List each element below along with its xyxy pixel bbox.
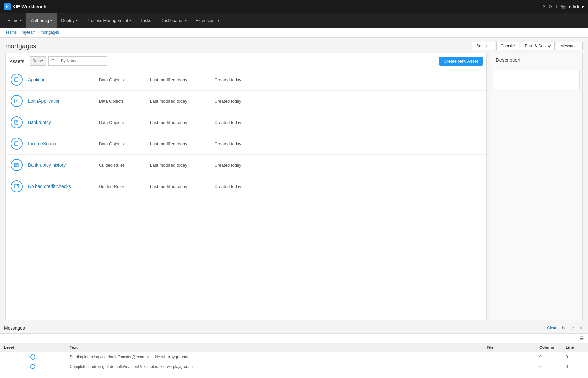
user-menu[interactable]: admin ▾ [569, 4, 584, 9]
nav-extensions[interactable]: Extensions ▾ [191, 13, 224, 28]
messages-table: Level Text File Column Line i Starting i… [0, 343, 588, 378]
breadcrumb-myteam[interactable]: myteam [22, 30, 36, 35]
asset-icon-incomesource [11, 138, 23, 150]
breadcrumb-sep-1: » [18, 30, 20, 35]
messages-actions: Clear ↻ ⤢ ✕ [545, 325, 584, 331]
nav-home[interactable]: Home ▾ [3, 13, 26, 28]
asset-name-loanapplication[interactable]: LoanApplication [28, 98, 94, 104]
settings-icon[interactable]: ⚙ [548, 4, 552, 9]
asset-created-applicant: Created today [215, 77, 241, 82]
asset-name-bankruptcy-history[interactable]: Bankruptcy history [28, 162, 94, 168]
breadcrumb: Teams » myteam » mortgages [0, 28, 588, 38]
asset-icon-bankruptcy [11, 116, 23, 128]
asset-row-incomesource[interactable]: IncomeSource Data Objects Last modified … [6, 133, 486, 155]
svg-text:R: R [18, 184, 19, 186]
asset-modified-applicant: Last modified today [150, 77, 209, 82]
asset-name-no-bad-credit[interactable]: No bad credit checks [28, 184, 94, 189]
asset-modified-bankruptcy-history: Last modified today [150, 163, 209, 168]
nav-extensions-caret: ▾ [218, 19, 219, 22]
messages-panel: Messages Clear ↻ ⤢ ✕ ☰ Level Text File C… [0, 323, 588, 378]
filter-input[interactable] [48, 56, 107, 66]
description-panel: Description [491, 53, 583, 320]
filter-label: Name [30, 56, 46, 66]
nav-tasks[interactable]: Tasks [136, 13, 156, 28]
asset-created-no-bad-credit: Created today [215, 184, 241, 189]
msg-line-1: 0 [562, 352, 588, 362]
asset-type-applicant: Data Objects [99, 77, 145, 82]
asset-row-no-bad-credit[interactable]: R No bad credit checks Guided Rules Last… [6, 176, 486, 197]
info-icon[interactable]: ℹ [555, 4, 557, 9]
msg-text-2: Completed indexing of default://master@e… [66, 362, 483, 371]
description-textarea[interactable] [494, 70, 580, 89]
breadcrumb-mortgages[interactable]: mortgages [40, 30, 59, 35]
settings-button[interactable]: Settings [472, 42, 495, 50]
svg-text:R: R [18, 163, 19, 165]
nav-authoring[interactable]: Authoring ▾ [26, 13, 57, 28]
nav-tasks-label: Tasks [140, 18, 151, 23]
nav-home-label: Home [7, 18, 19, 23]
asset-created-loanapplication: Created today [215, 99, 241, 104]
asset-row-applicant[interactable]: Applicant Data Objects Last modified tod… [6, 69, 486, 91]
nav-process-management[interactable]: Process Management ▾ [82, 13, 136, 28]
message-row-2: i Completed indexing of default://master… [0, 362, 588, 371]
asset-row-bankruptcy[interactable]: Bankruptcy Data Objects Last modified to… [6, 112, 486, 133]
breadcrumb-teams[interactable]: Teams [5, 30, 17, 35]
brand-name: KIE Workbench [12, 4, 46, 9]
description-title: Description [491, 53, 582, 67]
build-deploy-button[interactable]: Build & Deploy [521, 42, 555, 50]
brand-icon: K [4, 3, 11, 10]
create-asset-button[interactable]: Create New Asset [439, 57, 483, 66]
help-icon[interactable]: ? [543, 4, 545, 9]
expand-icon[interactable]: ⤢ [569, 325, 576, 331]
assets-header: Assets Name Create New Asset [6, 53, 486, 69]
asset-row-loanapplication[interactable]: LoanApplication Data Objects Last modifi… [6, 91, 486, 112]
info-icon-1: i [30, 354, 35, 360]
page-title: mortgages [5, 42, 36, 50]
asset-name-applicant[interactable]: Applicant [28, 77, 94, 82]
asset-modified-no-bad-credit: Last modified today [150, 184, 209, 189]
nav-dashboards-caret: ▾ [185, 19, 187, 22]
svg-rect-2 [15, 120, 18, 124]
list-icon[interactable]: ☰ [578, 335, 585, 342]
assets-panel: Assets Name Create New Asset Applicant D… [5, 53, 487, 320]
asset-type-loanapplication: Data Objects [99, 99, 145, 104]
svg-rect-3 [15, 142, 18, 146]
compile-button[interactable]: Compile [496, 42, 519, 50]
asset-name-bankruptcy[interactable]: Bankruptcy [28, 120, 94, 125]
col-header-level: Level [0, 343, 66, 352]
messages-header: Messages Clear ↻ ⤢ ✕ [0, 323, 588, 334]
nav-authoring-caret: ▾ [50, 19, 52, 22]
nav-extensions-label: Extensions [196, 18, 217, 23]
svg-rect-1 [15, 99, 18, 103]
message-row-1: i Starting indexing of default://master@… [0, 352, 588, 362]
messages-button[interactable]: Messages [556, 42, 583, 50]
nav-process-management-caret: ▾ [129, 19, 131, 22]
msg-level-1: i [0, 352, 66, 362]
nav-deploy[interactable]: Deploy ▾ [57, 13, 82, 28]
col-header-line: Line [562, 343, 588, 352]
asset-modified-loanapplication: Last modified today [150, 99, 209, 104]
asset-icon-applicant [11, 74, 23, 86]
asset-modified-bankruptcy: Last modified today [150, 120, 209, 125]
clear-button[interactable]: Clear [545, 325, 558, 331]
msg-level-2: i [0, 362, 66, 371]
close-icon[interactable]: ✕ [577, 325, 584, 331]
camera-icon[interactable]: 📷 [560, 4, 566, 9]
asset-row-bankruptcy-history[interactable]: R Bankruptcy history Guided Rules Last m… [6, 155, 486, 176]
page-container: mortgages Settings Compile Build & Deplo… [0, 38, 588, 378]
nav-dashboards[interactable]: Dashboards ▾ [156, 13, 191, 28]
msg-file-1: - [483, 352, 535, 362]
main-nav: Home ▾ Authoring ▾ Deploy ▾ Process Mana… [0, 13, 588, 28]
asset-name-incomesource[interactable]: IncomeSource [28, 141, 94, 146]
asset-type-bankruptcy-history: Guided Rules [99, 163, 145, 168]
topbar: K KIE Workbench ? ⚙ ℹ 📷 admin ▾ [0, 0, 588, 13]
msg-col-1: 0 [535, 352, 562, 362]
page-header: mortgages Settings Compile Build & Deplo… [0, 38, 588, 53]
breadcrumb-sep-2: » [37, 30, 39, 35]
nav-home-caret: ▾ [20, 19, 22, 22]
msg-text-1: Starting indexing of default://master@ex… [66, 352, 483, 362]
content-area: Assets Name Create New Asset Applicant D… [0, 53, 588, 323]
asset-created-bankruptcy: Created today [215, 120, 241, 125]
col-header-column: Column [535, 343, 562, 352]
refresh-icon[interactable]: ↻ [560, 325, 567, 331]
